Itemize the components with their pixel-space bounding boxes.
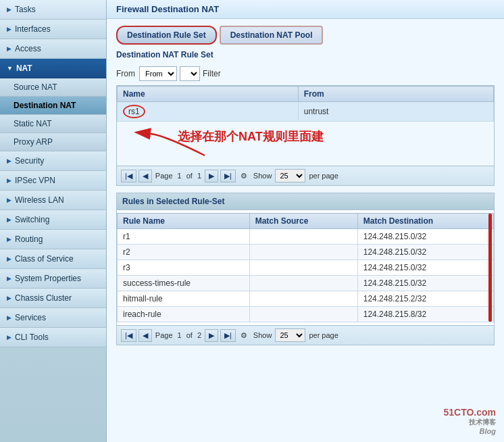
row-name: rs1 xyxy=(118,102,299,122)
gear-icon2[interactable]: ⚙ xyxy=(241,331,247,340)
switching-arrow-icon: ▶ xyxy=(7,216,11,223)
sidebar-subitem-static-nat-label: Static NAT xyxy=(14,119,51,128)
top-table-container: Name From rs1 untrust xyxy=(116,85,495,166)
annotation-area: 选择在那个NAT规则里面建 xyxy=(117,122,494,166)
rule-source-success xyxy=(249,276,357,291)
sidebar-item-ipsec-vpn[interactable]: ▶ IPSec VPN xyxy=(0,171,106,191)
next-page-button2[interactable]: ▶ xyxy=(205,329,218,342)
table-row[interactable]: r3 124.248.215.0/32 xyxy=(118,260,494,276)
sidebar-item-routing-label: Routing xyxy=(15,235,43,244)
col-match-source: Match Source xyxy=(249,214,357,229)
sidebar-item-switching[interactable]: ▶ Switching xyxy=(0,210,106,230)
table-row[interactable]: r2 124.248.215.0/32 xyxy=(118,245,494,260)
tab-nat-pool[interactable]: Destination NAT Pool xyxy=(220,26,324,45)
first-page-button[interactable]: |◀ xyxy=(121,170,136,182)
sidebar-item-ipsec-label: IPSec VPN xyxy=(15,176,55,185)
page-num2: 1 xyxy=(178,331,182,339)
rules-table: Rule Name Match Source Match Destination… xyxy=(117,213,494,322)
page-header: Firewall Destination NAT xyxy=(107,0,504,19)
sidebar-item-security-label: Security xyxy=(15,156,44,166)
sidebar-item-cli-tools[interactable]: ▶ CLI Tools xyxy=(0,328,106,347)
rule-dest-ireach: 124.248.215.8/32 xyxy=(357,307,493,322)
rule-name-r3: r3 xyxy=(118,260,250,276)
table-row[interactable]: success-times-rule 124.248.215.0/32 xyxy=(118,276,494,291)
sidebar-item-tasks[interactable]: ▶ Tasks xyxy=(0,0,106,20)
total-pages: 1 xyxy=(197,172,201,180)
sidebar-subitem-source-nat[interactable]: Source NAT xyxy=(0,78,106,97)
rule-dest-r1: 124.248.215.0/32 xyxy=(357,229,493,245)
gear-icon[interactable]: ⚙ xyxy=(241,172,247,180)
next-page-button[interactable]: ▶ xyxy=(205,170,218,182)
sidebar-item-access[interactable]: ▶ Access xyxy=(0,39,106,59)
page-label2: Page xyxy=(155,331,173,339)
show-label: Show xyxy=(253,172,272,180)
rules-section-header: Rules in Selected Rule-Set xyxy=(117,193,494,210)
table-row[interactable]: r1 124.248.215.0/32 xyxy=(118,229,494,245)
from-select2[interactable] xyxy=(180,66,200,81)
filter-row: From From Filter xyxy=(116,66,495,81)
sidebar-item-routing[interactable]: ▶ Routing xyxy=(0,230,106,249)
pagination-top: |◀ ◀ Page 1 of 1 ▶ ▶| ⚙ Show 25 50 100 p… xyxy=(116,166,495,186)
interfaces-arrow-icon: ▶ xyxy=(7,26,11,32)
of-label: of xyxy=(186,172,193,180)
col-rule-name: Rule Name xyxy=(118,214,250,229)
per-page-label2: per page xyxy=(309,331,338,339)
sidebar-item-cos-label: Class of Service xyxy=(15,254,74,264)
annotation-text: 选择在那个NAT规则里面建 xyxy=(178,128,324,145)
sidebar-item-wireless-label: Wireless LAN xyxy=(15,195,64,205)
col-match-dest: Match Destination xyxy=(357,214,493,229)
of-label2: of xyxy=(186,331,193,339)
content-area: Destination Rule Set Destination NAT Poo… xyxy=(107,19,504,442)
table-row[interactable]: rs1 untrust xyxy=(118,102,494,122)
prev-page-button[interactable]: ◀ xyxy=(138,170,152,182)
sidebar-item-switching-label: Switching xyxy=(15,215,49,224)
sidebar-item-cli-label: CLI Tools xyxy=(15,333,49,342)
per-page-select[interactable]: 25 50 100 xyxy=(275,169,305,182)
sidebar-item-sys-label: System Properties xyxy=(15,274,81,283)
per-page-select2[interactable]: 25 50 100 xyxy=(275,328,305,342)
sidebar-item-interfaces-label: Interfaces xyxy=(15,24,51,34)
sidebar-subitem-destination-nat[interactable]: Destination NAT xyxy=(0,97,106,115)
last-page-button[interactable]: ▶| xyxy=(220,170,236,182)
sidebar-subitem-proxy-arp[interactable]: Proxy ARP xyxy=(0,133,106,151)
rule-dest-hitmall: 124.248.215.2/32 xyxy=(357,291,493,307)
cli-arrow-icon: ▶ xyxy=(7,334,11,341)
rule-dest-r3: 124.248.215.0/32 xyxy=(357,260,493,276)
from-select[interactable]: From xyxy=(139,66,177,81)
rules-table-container: Rule Name Match Source Match Destination… xyxy=(117,210,494,325)
rule-name-hitmall: hitmall-rule xyxy=(118,291,250,307)
chassis-arrow-icon: ▶ xyxy=(7,295,11,301)
col-name: Name xyxy=(118,87,299,102)
from-label: From xyxy=(116,69,135,78)
sidebar-item-security[interactable]: ▶ Security xyxy=(0,151,106,171)
rule-name-r1: r1 xyxy=(118,229,250,245)
rule-source-r3 xyxy=(249,260,357,276)
table-row[interactable]: ireach-rule 124.248.215.8/32 xyxy=(118,307,494,322)
red-bar-annotation xyxy=(488,214,492,322)
tab-rule-set[interactable]: Destination Rule Set xyxy=(116,26,217,45)
ipsec-arrow-icon: ▶ xyxy=(7,177,11,184)
services-arrow-icon: ▶ xyxy=(7,314,11,321)
wireless-arrow-icon: ▶ xyxy=(7,197,11,203)
sidebar-item-class-of-service[interactable]: ▶ Class of Service xyxy=(0,249,106,269)
sidebar-item-access-label: Access xyxy=(15,44,41,53)
rule-name-ireach: ireach-rule xyxy=(118,307,250,322)
sidebar-item-interfaces[interactable]: ▶ Interfaces xyxy=(0,20,106,39)
sidebar-item-wireless-lan[interactable]: ▶ Wireless LAN xyxy=(0,191,106,210)
sidebar-item-services[interactable]: ▶ Services xyxy=(0,308,106,328)
sidebar-item-chassis-cluster[interactable]: ▶ Chassis Cluster xyxy=(0,289,106,308)
table-row[interactable]: hitmall-rule 124.248.215.2/32 xyxy=(118,291,494,307)
page-title: Firewall Destination NAT xyxy=(116,4,219,14)
tab-bar: Destination Rule Set Destination NAT Poo… xyxy=(116,26,495,45)
sidebar-group-nat[interactable]: ▼ NAT xyxy=(0,59,106,78)
main-content: Firewall Destination NAT Destination Rul… xyxy=(107,0,504,442)
first-page-button2[interactable]: |◀ xyxy=(121,329,136,342)
prev-page-button2[interactable]: ◀ xyxy=(138,329,152,342)
sidebar-subitem-destination-nat-label: Destination NAT xyxy=(14,101,76,110)
last-page-button2[interactable]: ▶| xyxy=(220,329,236,342)
rule-source-hitmall xyxy=(249,291,357,307)
sidebar-subitem-static-nat[interactable]: Static NAT xyxy=(0,115,106,133)
sidebar: ▶ Tasks ▶ Interfaces ▶ Access ▼ NAT Sour… xyxy=(0,0,107,442)
tasks-arrow-icon: ▶ xyxy=(7,6,11,13)
sidebar-item-system-properties[interactable]: ▶ System Properties xyxy=(0,269,106,289)
